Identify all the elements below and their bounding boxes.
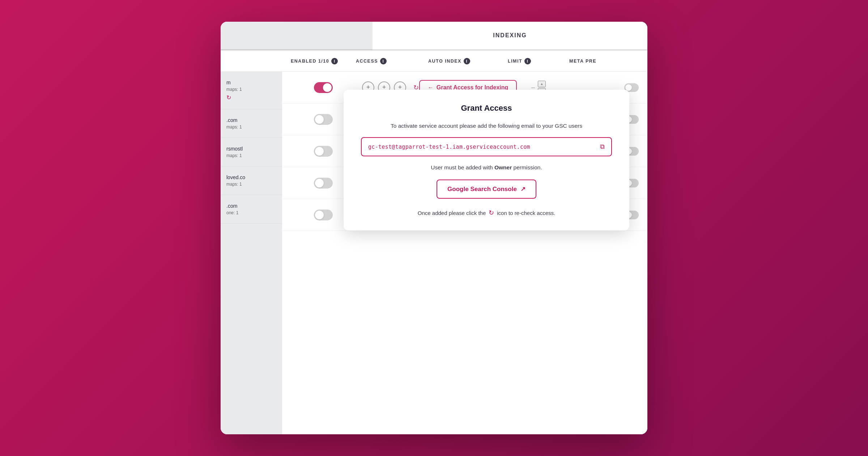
sidebar-item-2: .com maps: 1 <box>221 109 282 138</box>
site-meta-2: maps: 1 <box>226 124 276 130</box>
column-headers: ENABLED 1/10 i ACCESS i AUTO INDEX i LIM… <box>221 51 647 72</box>
refresh-btn-1[interactable]: ↻ <box>226 94 231 101</box>
modal-title: Grant Access <box>361 104 612 113</box>
header-area: INDEXING <box>221 22 647 51</box>
gsc-btn-label: Google Search Console <box>447 186 517 193</box>
col-header-enabled: ENABLED 1/10 i <box>282 58 347 64</box>
col-header-limit: LIMIT i <box>499 58 561 64</box>
main-content: m maps: 1 ↻ .com maps: 1 rsmostl maps: 1… <box>221 72 647 434</box>
header-left-panel <box>221 22 373 50</box>
email-box: gc-test@tagparrot-test-1.iam.gserviceacc… <box>361 137 612 156</box>
indexing-tab[interactable]: INDEXING <box>493 32 527 39</box>
sidebar-item-1: m maps: 1 ↻ <box>221 72 282 109</box>
permission-text: User must be added with Owner permission… <box>361 164 612 171</box>
col-header-access: ACCESS i <box>347 58 420 64</box>
info-icon-access[interactable]: i <box>380 58 387 64</box>
permission-bold: Owner <box>494 164 512 170</box>
site-name-4: loved.co <box>226 174 276 180</box>
site-name-5: .com <box>226 203 276 209</box>
permission-suffix: permission. <box>512 164 542 170</box>
info-icon-enabled[interactable]: i <box>331 58 338 64</box>
col-header-meta: META PRE <box>561 59 647 64</box>
site-meta-3: maps: 1 <box>226 153 276 158</box>
main-window: INDEXING ENABLED 1/10 i ACCESS i AUTO IN… <box>221 22 647 434</box>
sidebar-item-3: rsmostl maps: 1 <box>221 138 282 166</box>
modal-overlay: Grant Access To activate service account… <box>282 72 647 434</box>
google-search-console-button[interactable]: Google Search Console ↗ <box>437 180 536 199</box>
header-right-panel: INDEXING <box>373 22 647 50</box>
site-meta-1: maps: 1 <box>226 87 276 92</box>
site-name-2: .com <box>226 117 276 123</box>
sidebar-item-4: loved.co maps: 1 <box>221 166 282 195</box>
sidebar-item-5: .com one: 1 <box>221 195 282 224</box>
info-icon-limit[interactable]: i <box>524 58 531 64</box>
external-link-icon: ↗ <box>520 185 526 193</box>
recheck-suffix: icon to re-check access. <box>497 210 555 216</box>
site-meta-5: one: 1 <box>226 210 276 215</box>
table-area: + + + ↻ ← Grant Access for Indexing – ▲ <box>282 72 647 434</box>
grant-access-modal: Grant Access To activate service account… <box>344 90 629 231</box>
info-icon-auto-index[interactable]: i <box>464 58 470 64</box>
recheck-text: Once added please click the ↻ icon to re… <box>361 209 612 217</box>
permission-prefix: User must be added with <box>431 164 494 170</box>
col-header-auto-index: AUTO INDEX i <box>420 58 499 64</box>
modal-description: To activate service account please add t… <box>361 122 612 130</box>
site-name-1: m <box>226 80 276 85</box>
service-account-email: gc-test@tagparrot-test-1.iam.gserviceacc… <box>368 144 530 150</box>
sidebar: m maps: 1 ↻ .com maps: 1 rsmostl maps: 1… <box>221 72 282 434</box>
recheck-refresh-icon: ↻ <box>489 209 494 217</box>
site-meta-4: maps: 1 <box>226 182 276 187</box>
copy-icon[interactable]: ⧉ <box>600 143 605 151</box>
recheck-prefix: Once added please click the <box>418 210 486 216</box>
site-name-3: rsmostl <box>226 146 276 152</box>
